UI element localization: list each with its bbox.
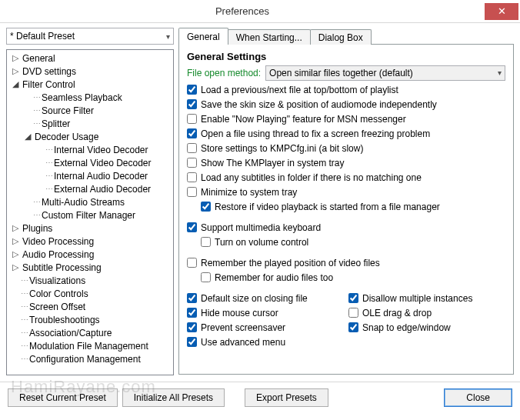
tree-item[interactable]: ◢Filter Control [7,78,173,91]
category-tree[interactable]: ▷General▷DVD settings◢Filter Control⋯Sea… [6,49,174,375]
init-presets-button[interactable]: Initialize All Presets [122,388,225,407]
tab-when-starting[interactable]: When Starting... [228,29,311,45]
preset-select[interactable]: * Default Preset ▾ [6,28,174,45]
tree-connector-icon: ⋯ [45,145,52,154]
tree-item[interactable]: ⋯Internal Audio Decoder [7,169,173,182]
chk[interactable] [187,258,197,268]
chk[interactable] [187,158,197,168]
tree-item[interactable]: ▷General [7,52,173,65]
chk[interactable] [187,128,197,138]
tree-item[interactable]: ▷DVD settings [7,65,173,78]
chevron-down-icon: ▾ [166,32,170,41]
tree-item[interactable]: ⋯Custom Filter Manager [7,208,173,222]
tree-item[interactable]: ⋯Configuration Management [7,352,173,365]
chk-use-adv-menu[interactable]: Use advanced menu [187,337,285,348]
chk[interactable] [348,308,358,318]
chk-enable-now-playing[interactable]: Enable "Now Playing" feature for MSN mes… [187,114,406,125]
twisty-icon[interactable]: ▷ [10,66,21,76]
twisty-icon[interactable]: ▷ [10,262,21,272]
tab-dialog-box[interactable]: Dialog Box [310,29,372,45]
chk[interactable] [187,308,197,318]
chk-restore-playback[interactable]: Restore if video playback is started fro… [201,202,440,212]
tree-item[interactable]: ▷Subtitle Processing [7,261,173,274]
chk-turn-on-volume[interactable]: Turn on volume control [201,237,308,248]
chk[interactable] [187,322,197,332]
export-presets-button[interactable]: Export Presets [245,388,328,407]
chk[interactable] [187,172,197,182]
chk[interactable] [201,202,211,212]
tree-item[interactable]: ⋯Multi-Audio Streams [7,195,173,208]
tree-item[interactable]: ▷Audio Processing [7,248,173,261]
chk-default-size-close[interactable]: Default size on closing file [187,293,308,304]
tree-item-label: Internal Audio Decoder [52,171,148,182]
chk-save-skin[interactable]: Save the skin size & position of audiomo… [187,99,437,110]
chk-load-subtitles[interactable]: Load any subtitles in folder if there is… [187,172,422,183]
chk-open-thread[interactable]: Open a file using thread to fix a screen… [187,128,430,139]
chevron-down-icon: ▾ [498,68,502,77]
tree-item[interactable]: ▷Plugins [7,222,173,235]
chk-prevent-ss[interactable]: Prevent screensaver [187,322,285,333]
tree-item[interactable]: ⋯Source Filter [7,104,173,117]
chk-snap-edge[interactable]: Snap to edge/window [348,322,451,333]
twisty-icon[interactable]: ▷ [10,53,21,63]
footer: Reset Current Preset Initialize All Pres… [0,382,520,412]
tab-general[interactable]: General [178,28,228,45]
tree-item-label: Source Filter [40,105,94,116]
file-open-combo[interactable]: Open similar files together (default) ▾ [265,65,505,81]
tree-item[interactable]: ◢Decoder Usage [7,130,173,143]
tree-item[interactable]: ⋯Modulation File Management [7,339,173,352]
reset-preset-button[interactable]: Reset Current Preset [8,388,118,407]
chk-store-kmpcfg[interactable]: Store settings to KMPCfg.ini (a bit slow… [187,143,363,154]
chk-show-tray[interactable]: Show The KMPlayer in system tray [187,158,345,168]
chk[interactable] [348,293,358,303]
chk[interactable] [201,237,211,247]
lbl: Load any subtitles in folder if there is… [201,172,422,183]
chk[interactable] [201,272,211,282]
file-open-label: File open method: [187,68,261,78]
tree-item-label: Custom Filter Manager [40,210,135,221]
tree-item[interactable]: ⋯Screen Offset [7,300,173,313]
chk-load-prev-next[interactable]: Load a previous/next file at top/bottom … [187,85,398,95]
chk[interactable] [187,222,197,232]
tree-item[interactable]: ⋯Internal Video Decoder [7,143,173,156]
general-panel: General Settings File open method: Open … [178,44,514,375]
chk[interactable] [348,322,358,332]
tree-item-label: Color Controls [28,288,88,299]
chk-remember-audio[interactable]: Remember for audio files too [201,272,333,283]
close-button[interactable]: ✕ [485,3,518,20]
tree-connector-icon: ⋯ [45,158,52,167]
tree-item[interactable]: ⋯Association/Capture [7,326,173,339]
tree-connector-icon: ⋯ [33,198,40,206]
close-dialog-button[interactable]: Close [444,388,512,407]
chk[interactable] [187,187,197,197]
tree-item[interactable]: ⋯Troubleshootings [7,313,173,326]
chk[interactable] [187,85,197,95]
tree-item-label: Video Processing [21,236,94,247]
twisty-icon[interactable]: ▷ [10,249,21,259]
tree-item[interactable]: ⋯Seamless Playback [7,91,173,104]
tree-item[interactable]: ▷Video Processing [7,235,173,248]
twisty-icon[interactable]: ◢ [10,79,21,89]
twisty-icon[interactable]: ◢ [22,132,33,142]
chk[interactable] [187,143,197,153]
preset-value: * Default Preset [10,31,75,42]
chk[interactable] [187,114,197,124]
chk-minimize-tray[interactable]: Minimize to system tray [187,187,297,198]
lbl: Prevent screensaver [201,322,285,333]
twisty-icon[interactable]: ▷ [10,236,21,246]
tree-item[interactable]: ⋯External Video Decoder [7,156,173,169]
tree-connector-icon: ⋯ [21,289,28,298]
chk-disallow-multi[interactable]: Disallow multiple instances [348,293,472,304]
chk[interactable] [187,99,197,109]
tree-item[interactable]: ⋯Splitter [7,117,173,130]
chk[interactable] [187,293,197,303]
chk-ole-dragdrop[interactable]: OLE drag & drop [348,308,432,318]
twisty-icon[interactable]: ▷ [10,223,21,233]
chk-hide-cursor[interactable]: Hide mouse cursor [187,308,278,318]
chk[interactable] [187,337,197,347]
tree-item[interactable]: ⋯Visualizations [7,274,173,287]
tree-item[interactable]: ⋯Color Controls [7,287,173,300]
chk-remember-pos[interactable]: Remember the played position of video fi… [187,258,380,268]
tree-item[interactable]: ⋯External Audio Decoder [7,182,173,195]
chk-support-mmkb[interactable]: Support multimedia keyboard [187,222,321,233]
